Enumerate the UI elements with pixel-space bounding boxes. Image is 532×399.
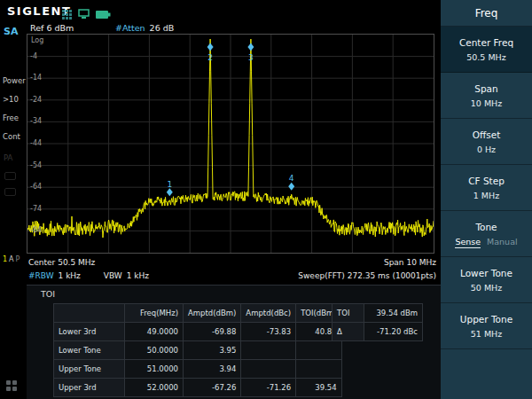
usb-icon xyxy=(4,188,16,196)
menu-button-upper-tone[interactable]: Upper Tone51 MHz xyxy=(441,303,532,349)
battery-icon xyxy=(96,6,112,23)
toi-value-cell: -71.26 xyxy=(241,379,296,397)
toi-summary-row: Δ-71.20 dBc xyxy=(332,323,423,341)
toi-value-cell: 49.0000 xyxy=(125,323,184,341)
toi-table-row: Lower 3rd49.0000-69.88-73.8340.87 xyxy=(54,323,342,341)
toi-header-cell: Amptd(dBc) xyxy=(241,304,296,323)
menu-button-label: CF Step xyxy=(468,176,505,186)
menu-button-value: 50.5 MHz xyxy=(466,52,506,62)
toi-value-cell: 3.95 xyxy=(184,341,241,360)
toi-value-cell: -69.88 xyxy=(184,323,241,341)
toi-tab-label: TOI xyxy=(41,289,55,299)
menu-button-label: Lower Tone xyxy=(460,268,512,278)
marker-3: 3 xyxy=(247,43,254,62)
y-axis-label: -54 xyxy=(30,161,42,169)
y-axis-label: -4 xyxy=(30,52,37,60)
center-freq-label: Center 50.5 MHz xyxy=(28,258,95,267)
toi-header-cell: Freq(MHz) xyxy=(125,304,184,323)
menu-option-sense[interactable]: Sense xyxy=(455,237,481,248)
y-axis-label: -74 xyxy=(30,205,42,213)
spectrum-trace-plot: 1234 xyxy=(27,35,434,253)
toi-summary-key: TOI xyxy=(332,304,364,323)
toi-value-cell xyxy=(241,360,296,379)
menu-buttons: Center Freq50.5 MHzSpan10 MHzOffset0 HzC… xyxy=(441,27,532,349)
menu-button-value: 10 MHz xyxy=(471,98,502,108)
trace-indicator-a: A xyxy=(9,255,15,263)
mode-label: SA xyxy=(4,26,18,37)
y-axis-label: -64 xyxy=(30,183,42,191)
freq-annotation-line: Center 50.5 MHz Span 10 MHz xyxy=(28,258,436,267)
toi-table: Freq(MHz)Amptd(dBm)Amptd(dBc)TOI(dBm)Low… xyxy=(53,303,342,397)
pa-indicator: PA xyxy=(4,153,12,162)
y-axis-label: -44 xyxy=(30,139,42,147)
keypad-icon xyxy=(62,6,72,23)
toi-value-cell: 3.94 xyxy=(184,360,241,379)
menu-button-lower-tone[interactable]: Lower Tone50 MHz xyxy=(441,257,532,303)
toi-value-cell: 52.0000 xyxy=(125,379,184,397)
toi-value-cell: 51.0000 xyxy=(125,360,184,379)
rail-item-free: Free xyxy=(3,113,19,122)
toi-header-cell: Amptd(dBm) xyxy=(184,304,241,323)
rail-item-cont: Cont xyxy=(3,132,20,141)
menu-button-center-freq[interactable]: Center Freq50.5 MHz xyxy=(441,27,532,73)
menu-button-value: 51 MHz xyxy=(471,329,502,339)
toi-summary-row: TOI39.54 dBm xyxy=(332,304,423,323)
span-label: Span 10 MHz xyxy=(384,258,436,267)
toi-summary-value: -71.20 dBc xyxy=(364,323,423,341)
y-axis-label: -84 xyxy=(30,226,42,234)
toi-row-label: Lower Tone xyxy=(54,341,125,360)
menu-button-value: SenseManual xyxy=(455,237,517,246)
toi-header-cell xyxy=(54,304,125,323)
toi-value-cell: -73.83 xyxy=(241,323,296,341)
toi-table-row: Lower Tone50.00003.95 xyxy=(54,341,342,360)
rail-item-power: Power xyxy=(3,76,26,85)
toi-row-label: Lower 3rd xyxy=(54,323,125,341)
app-grid-icon[interactable] xyxy=(6,380,18,392)
marker-4: 4 xyxy=(288,174,294,191)
menu-button-value: 50 MHz xyxy=(471,283,502,293)
trace-indicator-p: P xyxy=(16,255,22,263)
menu-button-label: Tone xyxy=(475,222,497,232)
function-menu: Freq Center Freq50.5 MHzSpan10 MHzOffset… xyxy=(441,0,532,399)
toi-table-row: Upper 3rd52.0000-67.26-71.2639.54 xyxy=(54,379,342,397)
toi-value-cell xyxy=(241,341,296,360)
toi-panel: TOI Freq(MHz)Amptd(dBm)Amptd(dBc)TOI(dBm… xyxy=(27,285,441,399)
toi-table-row: Upper Tone51.00003.94 xyxy=(54,360,342,379)
left-rail: SA Power>10FreeCont PA 1AP xyxy=(0,23,27,399)
svg-text:2: 2 xyxy=(207,53,213,62)
toi-summary-key: Δ xyxy=(332,323,364,341)
menu-button-label: Span xyxy=(474,83,497,94)
toi-value-cell: 50.0000 xyxy=(125,341,184,360)
menu-button-label: Center Freq xyxy=(459,37,513,48)
bw-annotation-line: #RBW1 kHz VBW1 kHz Sweep(FFT) 272.35 ms … xyxy=(28,271,436,280)
menu-title-freq[interactable]: Freq xyxy=(441,0,532,27)
menu-button-cf-step[interactable]: CF Step1 MHz xyxy=(441,165,532,211)
menu-button-tone[interactable]: ToneSenseManual xyxy=(441,211,532,257)
rbw-label: #RBW1 kHz xyxy=(28,271,81,280)
mute-icon xyxy=(4,172,16,180)
toi-value-cell: -67.26 xyxy=(184,379,241,397)
marker-1: 1 xyxy=(167,180,173,197)
menu-option-manual[interactable]: Manual xyxy=(487,237,518,246)
toi-value-cell: 39.54 xyxy=(296,379,342,397)
toi-value-cell xyxy=(296,341,342,360)
rail-item-10: >10 xyxy=(3,95,19,104)
menu-button-value: 1 MHz xyxy=(473,191,499,200)
toi-value-cell xyxy=(296,360,342,379)
atten-label: #Atten26 dB xyxy=(115,23,174,33)
lan-icon xyxy=(78,6,90,23)
y-axis-label: -14 xyxy=(30,74,42,82)
menu-button-offset[interactable]: Offset0 Hz xyxy=(441,119,532,165)
svg-text:1: 1 xyxy=(167,180,172,189)
menu-button-span[interactable]: Span10 MHz xyxy=(441,73,532,119)
vbw-label: VBW1 kHz xyxy=(104,271,149,280)
svg-text:4: 4 xyxy=(289,174,294,183)
marker-2: 2 xyxy=(207,43,214,63)
top-status-bar: SIGLENT xyxy=(0,0,441,23)
menu-button-label: Upper Tone xyxy=(460,314,512,325)
amplitude-header: Ref 6 dBm #Atten26 dB xyxy=(30,23,434,34)
sweep-label: Sweep(FFT) 272.35 ms (10001pts) xyxy=(298,271,436,280)
spectrum-display: 1234 Log -4-14-24-34-44-54-64-74-84 xyxy=(27,34,434,254)
toi-row-label: Upper 3rd xyxy=(54,379,125,397)
menu-button-value: 0 Hz xyxy=(477,145,496,154)
